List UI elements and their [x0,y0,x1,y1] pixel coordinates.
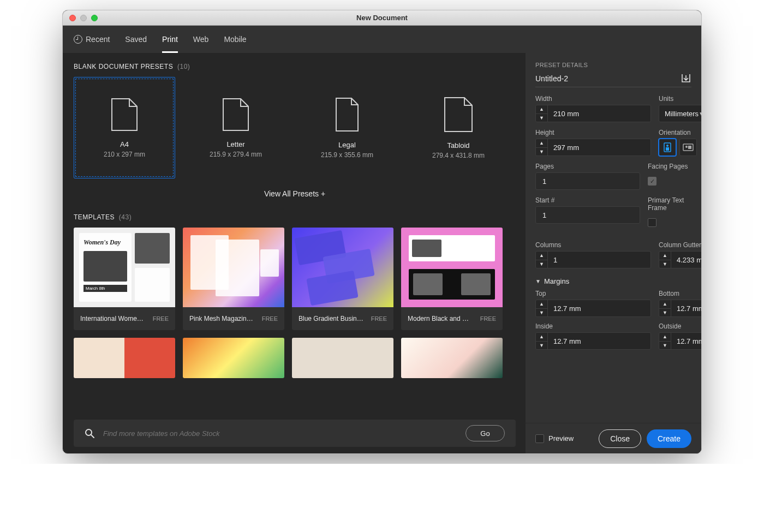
stock-search-input[interactable] [103,429,457,438]
document-name-input[interactable] [535,74,681,83]
margin-top-input[interactable] [548,300,650,316]
margin-outside-input[interactable] [671,333,701,349]
pages-input[interactable] [536,173,640,189]
tab-saved[interactable]: Saved [125,26,147,53]
start-num-input[interactable] [536,207,640,223]
margin-inside-label: Inside [535,322,651,330]
template-thumb [183,228,284,307]
tab-recent[interactable]: Recent [74,26,110,53]
create-button[interactable]: Create [647,429,691,448]
svg-rect-7 [688,146,691,149]
svg-point-6 [685,146,688,148]
template-thumb: Women's Day March 8th [74,228,175,307]
orientation-landscape[interactable] [679,139,697,156]
gutter-field[interactable]: ▲▼ [659,251,701,268]
presets-heading: BLANK DOCUMENT PRESETS (10) [74,63,516,70]
margin-bottom-field[interactable]: ▲▼ [659,300,701,317]
units-select[interactable]: Millimeters ▼ [659,105,701,122]
template-thumb [401,228,503,307]
svg-rect-4 [666,147,669,151]
minimize-window-icon[interactable] [80,15,87,21]
search-icon [85,428,94,438]
orientation-label: Orientation [659,129,697,136]
template-card[interactable]: Modern Black and W…FREE [401,228,503,330]
page-icon [444,97,473,133]
go-button[interactable]: Go [465,425,505,441]
template-card[interactable] [74,338,175,378]
sidebar-scroll[interactable]: PRESET DETAILS Width ▲▼ [526,53,701,423]
preset-tabloid[interactable]: Tabloid 279.4 x 431.8 mm [408,77,509,178]
save-preset-icon[interactable] [681,74,691,83]
presets-row: A4 210 x 297 mm Letter 215.9 x 279.4 mm [74,77,516,178]
template-card[interactable]: Pink Mesh Magazine…FREE [183,228,284,330]
preset-legal[interactable]: Legal 215.9 x 355.6 mm [296,77,398,178]
start-num-field[interactable] [535,206,640,224]
preset-name: A4 [120,140,129,148]
close-button[interactable]: Close [599,429,641,448]
main-scroll[interactable]: BLANK DOCUMENT PRESETS (10) A4 210 x 297… [74,63,526,453]
tab-web[interactable]: Web [193,26,209,53]
pages-field[interactable] [535,172,640,190]
tab-mobile[interactable]: Mobile [224,26,246,53]
window-title: New Document [356,14,408,22]
view-all-presets[interactable]: View All Presets + [74,189,516,198]
height-label: Height [535,129,651,136]
height-input[interactable] [548,139,650,156]
margin-bottom-input[interactable] [671,300,701,316]
tab-print[interactable]: Print [162,26,178,53]
preview-toggle[interactable]: Preview [535,434,574,443]
preset-a4[interactable]: A4 210 x 297 mm [74,77,175,178]
doc-name-row [535,74,691,87]
columns-field[interactable]: ▲▼ [535,251,651,268]
svg-line-1 [91,435,94,438]
template-card[interactable]: Women's Day March 8th International Wome… [74,228,175,330]
facing-pages-checkbox[interactable]: ✓ [648,177,656,186]
width-field[interactable]: ▲▼ [535,105,651,122]
preset-letter[interactable]: Letter 215.9 x 279.4 mm [185,77,286,178]
template-thumb [292,228,393,307]
main-panel: BLANK DOCUMENT PRESETS (10) A4 210 x 297… [63,53,526,453]
sidebar-footer: Preview Close Create [526,423,701,453]
page-icon [222,98,249,131]
new-document-window: New Document Recent Saved Print Web Mobi… [62,10,702,454]
template-card[interactable] [183,338,284,378]
width-input[interactable] [548,105,650,122]
width-down[interactable]: ▼ [536,114,547,122]
height-field[interactable]: ▲▼ [535,139,651,156]
clock-icon [74,35,82,44]
gutter-label: Column Gutter [659,241,701,249]
template-card[interactable]: Blue Gradient Busine…FREE [292,228,393,330]
preset-size: 210 x 297 mm [104,151,145,158]
page-icon [335,97,359,132]
margin-outside-field[interactable]: ▲▼ [659,332,701,350]
margin-top-field[interactable]: ▲▼ [535,300,651,317]
facing-pages-label: Facing Pages [648,163,691,170]
svg-point-3 [666,145,668,147]
chevron-down-icon: ▼ [535,278,541,284]
category-tabbar: Recent Saved Print Web Mobile [63,26,701,53]
margin-top-label: Top [535,290,651,297]
columns-label: Columns [535,241,651,249]
gutter-input[interactable] [671,252,701,268]
margins-disclosure[interactable]: ▼ Margins [535,277,691,285]
chevron-down-icon: ▼ [699,111,701,117]
templates-grid: Women's Day March 8th International Wome… [74,228,516,378]
template-card[interactable] [401,338,503,378]
templates-heading: TEMPLATES (43) [74,213,516,221]
close-window-icon[interactable] [69,15,76,21]
stock-search-bar: Go [74,420,516,447]
margin-inside-field[interactable]: ▲▼ [535,332,651,350]
template-card[interactable] [292,338,393,378]
width-up[interactable]: ▲ [536,105,547,114]
margin-outside-label: Outside [659,322,701,330]
primary-text-frame-checkbox[interactable]: ✓ [648,218,656,227]
orientation-portrait[interactable] [659,139,676,156]
zoom-window-icon[interactable] [91,15,98,21]
primary-text-frame-label: Primary Text Frame [648,196,691,212]
window-controls [69,15,98,21]
preview-checkbox[interactable] [535,434,544,443]
preset-details-header: PRESET DETAILS [535,62,691,68]
columns-input[interactable] [548,252,650,268]
margins-block: Top ▲▼ Bottom ▲▼ Inside ▲▼ Outside [535,290,691,350]
margin-inside-input[interactable] [548,333,650,349]
